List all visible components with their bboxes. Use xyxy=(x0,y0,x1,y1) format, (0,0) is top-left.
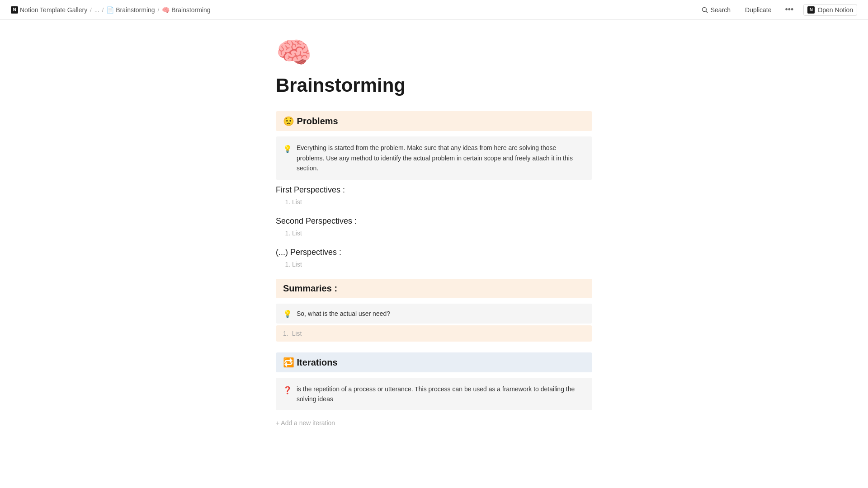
notion-logo-icon: N xyxy=(11,6,18,14)
breadcrumb-home-label: Notion Template Gallery xyxy=(20,6,87,14)
other-perspectives: (...) Perspectives : List xyxy=(276,248,592,268)
iterations-heading: 🔁 Iterations xyxy=(276,352,592,372)
bulb-icon-problems: 💡 xyxy=(283,143,292,155)
second-perspectives-title: Second Perspectives : xyxy=(276,216,592,226)
breadcrumb-sep-3: / xyxy=(158,6,160,13)
breadcrumb-current[interactable]: 🧠 Brainstorming xyxy=(162,6,210,14)
iterations-heading-text: 🔁 Iterations xyxy=(283,357,338,368)
breadcrumb-sep-1: / xyxy=(90,6,92,13)
search-label: Search xyxy=(711,6,731,14)
breadcrumb-parent-label: Brainstorming xyxy=(116,6,155,14)
topbar: N Notion Template Gallery / ... / 📄 Brai… xyxy=(0,0,868,20)
notion-icon-open: N xyxy=(807,6,815,14)
other-perspectives-title: (...) Perspectives : xyxy=(276,248,592,257)
other-perspectives-list: List xyxy=(285,261,592,268)
second-perspectives: Second Perspectives : List xyxy=(276,216,592,237)
brain-icon-breadcrumb: 🧠 xyxy=(162,6,170,14)
list-item: List xyxy=(292,198,592,206)
summaries-heading: Summaries : xyxy=(276,279,592,298)
breadcrumb-sep-2: / xyxy=(102,6,104,13)
summaries-list-text: List xyxy=(292,330,302,337)
main-content: 🧠 Brainstorming 😟 Problems 💡 Everything … xyxy=(0,20,868,488)
duplicate-button[interactable]: Duplicate xyxy=(741,5,775,15)
svg-line-1 xyxy=(706,11,708,13)
summaries-heading-text: Summaries : xyxy=(283,283,337,294)
breadcrumb: N Notion Template Gallery / ... / 📄 Brai… xyxy=(11,6,211,14)
first-perspectives-title: First Perspectives : xyxy=(276,185,592,195)
add-iteration-label: + Add a new iteration xyxy=(276,419,335,427)
problems-section: 😟 Problems 💡 Everything is started from … xyxy=(276,111,592,267)
iterations-callout: ❓ is the repetition of a process or utte… xyxy=(276,378,592,411)
page-icon: 🧠 xyxy=(276,38,592,67)
summaries-section: Summaries : 💡 So, what is the actual use… xyxy=(276,279,592,342)
bulb-icon-summaries: 💡 xyxy=(283,310,292,318)
summaries-callout: 💡 So, what is the actual user need? xyxy=(276,304,592,324)
first-perspectives-list: List xyxy=(285,198,592,206)
search-button[interactable]: Search xyxy=(698,5,734,15)
breadcrumb-home[interactable]: N Notion Template Gallery xyxy=(11,6,87,14)
brain-emoji: 🧠 xyxy=(276,36,312,69)
iterations-section: 🔁 Iterations ❓ is the repetition of a pr… xyxy=(276,352,592,431)
problems-callout: 💡 Everything is started from the problem… xyxy=(276,136,592,179)
open-notion-label: Open Notion xyxy=(817,6,853,14)
second-perspectives-list: List xyxy=(285,230,592,237)
breadcrumb-current-label: Brainstorming xyxy=(171,6,210,14)
page-content: 🧠 Brainstorming 😟 Problems 💡 Everything … xyxy=(276,38,592,477)
add-iteration-button[interactable]: + Add a new iteration xyxy=(276,416,592,430)
search-icon xyxy=(702,7,708,13)
iterations-callout-text: is the repetition of a process or uttera… xyxy=(297,384,585,404)
page-title: Brainstorming xyxy=(276,74,592,97)
summaries-callout-text: So, what is the actual user need? xyxy=(297,310,390,317)
list-item: List xyxy=(292,230,592,237)
breadcrumb-parent[interactable]: 📄 Brainstorming xyxy=(106,6,155,14)
question-icon-iterations: ❓ xyxy=(283,385,292,396)
summaries-list-item: 1. List xyxy=(276,325,592,342)
problems-callout-text: Everything is started from the problem. … xyxy=(297,143,585,173)
more-options-button[interactable]: ••• xyxy=(782,4,796,15)
problems-heading-text: 😟 Problems xyxy=(283,116,338,127)
open-notion-button[interactable]: N Open Notion xyxy=(803,4,857,16)
topbar-actions: Search Duplicate ••• N Open Notion xyxy=(698,4,857,16)
duplicate-label: Duplicate xyxy=(745,6,771,14)
document-icon: 📄 xyxy=(106,6,114,14)
problems-heading: 😟 Problems xyxy=(276,111,592,131)
breadcrumb-ellipsis: ... xyxy=(94,6,99,13)
summaries-list-number: 1. xyxy=(283,330,288,337)
more-icon: ••• xyxy=(785,5,793,14)
first-perspectives: First Perspectives : List xyxy=(276,185,592,206)
list-item: List xyxy=(292,261,592,268)
